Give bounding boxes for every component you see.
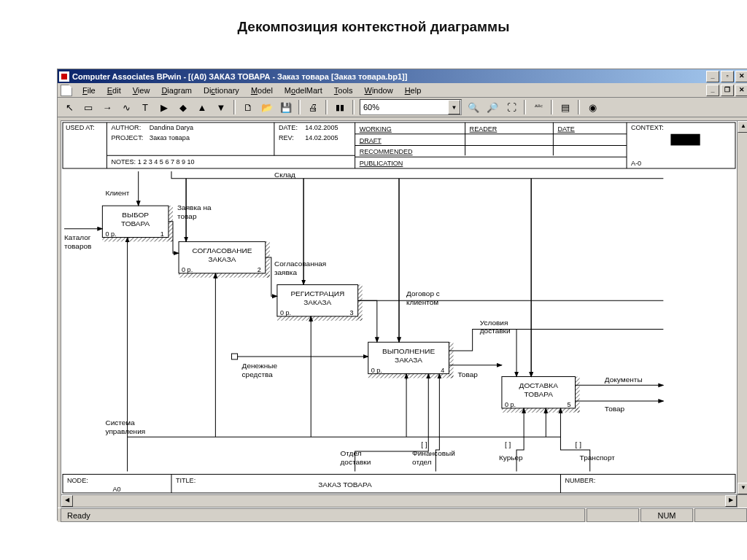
open-file-icon[interactable]: 📂	[258, 98, 276, 116]
svg-text:ЗАКАЗА: ЗАКАЗА	[208, 255, 236, 263]
svg-text:Согласованная: Согласованная	[274, 260, 326, 268]
svg-text:AUTHOR:: AUTHOR:	[111, 124, 141, 131]
svg-text:WORKING: WORKING	[360, 125, 392, 133]
activity-box-4[interactable]: ВЫПОЛНЕНИЕ ЗАКАЗА 0 р. 4	[368, 342, 454, 378]
svg-text:Документы: Документы	[605, 376, 643, 384]
svg-text:Отдел: Отдел	[340, 449, 361, 457]
modelmart-icon[interactable]: ◉	[584, 98, 601, 116]
maximize-button[interactable]: ▫	[721, 71, 734, 82]
report-icon[interactable]: ▮▮	[331, 98, 349, 116]
svg-text:доставки: доставки	[480, 327, 511, 335]
zoom-in-icon[interactable]: 🔍	[465, 98, 482, 116]
menu-tools[interactable]: Tools	[330, 85, 357, 96]
svg-text:Договор с: Договор с	[406, 289, 440, 298]
menu-window[interactable]: Window	[360, 85, 398, 96]
svg-text:заявка: заявка	[274, 268, 298, 276]
vertical-scrollbar[interactable]: ▲ ▼	[737, 120, 747, 495]
status-cap	[587, 508, 639, 522]
pointer-tool-icon[interactable]: ↖	[61, 98, 78, 116]
go-down-tool-icon[interactable]: ▼	[212, 98, 230, 116]
kit-footer: NODE: A0 TITLE: ЗАКАЗ ТОВАРА NUMBER:	[63, 474, 735, 493]
zoom-combobox[interactable]: 60% ▼	[360, 99, 462, 115]
activity-box-3[interactable]: РЕГИСТРАЦИЯ ЗАКАЗА 0 р. 3	[277, 284, 363, 320]
menu-edit[interactable]: Edit	[103, 85, 125, 96]
svg-text:Финансовый: Финансовый	[412, 449, 455, 457]
zoom-out-icon[interactable]: 🔎	[484, 98, 501, 116]
scroll-up-icon[interactable]: ▲	[738, 121, 747, 133]
svg-text:TITLE:: TITLE:	[176, 477, 196, 484]
go-sibling-tool-icon[interactable]: ◆	[174, 98, 192, 116]
menu-diagram[interactable]: Diagram	[157, 85, 196, 96]
menu-dictionary[interactable]: Dictionary	[199, 85, 244, 96]
svg-text:ВЫБОР: ВЫБОР	[122, 211, 149, 219]
svg-text:DATE:: DATE:	[279, 124, 298, 131]
mdi-restore-button[interactable]: ❐	[721, 85, 734, 96]
svg-text:ТОВАРА: ТОВАРА	[525, 390, 554, 398]
new-file-icon[interactable]: 🗋	[239, 98, 257, 116]
go-child-tool-icon[interactable]: ▶	[155, 98, 173, 116]
menu-file[interactable]: File	[78, 85, 100, 96]
svg-rect-54	[277, 316, 363, 321]
save-file-icon[interactable]: 💾	[277, 98, 295, 116]
document-area: USED AT: AUTHOR: Dandina Darya PROJECT: …	[58, 117, 747, 508]
svg-text:CONTEXT:: CONTEXT:	[631, 124, 664, 131]
svg-text:товар: товар	[177, 212, 197, 220]
menu-bar: File Edit View Diagram Dictionary Model …	[58, 83, 747, 98]
mdi-close-button[interactable]: ✕	[735, 85, 747, 96]
svg-text:0 р.: 0 р.	[371, 367, 382, 374]
svg-text:доставки: доставки	[340, 458, 371, 466]
diagram-canvas[interactable]: USED AT: AUTHOR: Dandina Darya PROJECT: …	[61, 120, 738, 495]
svg-text:[ ]: [ ]	[505, 440, 511, 448]
svg-rect-87	[232, 354, 238, 359]
spellcheck-icon[interactable]: ᴬᴮᶜ	[530, 98, 547, 116]
svg-text:Курьер: Курьер	[499, 454, 523, 462]
svg-text:0 р.: 0 р.	[105, 230, 116, 238]
status-num: NUM	[640, 508, 693, 522]
print-icon[interactable]: 🖨	[304, 98, 322, 116]
zoom-fit-icon[interactable]: ⛶	[503, 98, 520, 116]
svg-text:RECOMMENDED: RECOMMENDED	[360, 148, 413, 155]
svg-rect-40	[102, 238, 173, 242]
svg-text:PROJECT:: PROJECT:	[111, 134, 143, 141]
svg-text:Склад: Склад	[274, 171, 295, 179]
status-bar: Ready NUM	[58, 508, 747, 522]
svg-text:РЕГИСТРАЦИЯ: РЕГИСТРАЦИЯ	[290, 289, 344, 298]
activity-box-2[interactable]: СОГЛАСОВАНИЕ ЗАКАЗА 0 р. 2	[179, 241, 270, 277]
svg-text:Dandina Darya: Dandina Darya	[150, 124, 193, 131]
horizontal-scrollbar[interactable]: ◀ ▶	[61, 494, 738, 508]
svg-text:средства: средства	[242, 370, 274, 378]
activity-box-1[interactable]: ВЫБОР ТОВАРА 0 р. 1	[102, 206, 173, 241]
scroll-right-icon[interactable]: ▶	[725, 495, 737, 507]
scroll-left-icon[interactable]: ◀	[61, 495, 73, 507]
close-button[interactable]: ✕	[735, 71, 747, 82]
model-explorer-icon[interactable]: ▤	[557, 98, 574, 116]
svg-text:5: 5	[567, 401, 570, 408]
svg-text:0 р.: 0 р.	[505, 401, 516, 408]
title-bar: Computer Associates BPwin - [(A0) ЗАКАЗ …	[58, 69, 747, 83]
mdi-minimize-button[interactable]: _	[706, 85, 719, 96]
svg-text:СОГЛАСОВАНИЕ: СОГЛАСОВАНИЕ	[192, 246, 252, 254]
activity-box-5[interactable]: ДОСТАВКА ТОВАРА 0 р. 5	[502, 377, 580, 413]
go-parent-tool-icon[interactable]: ▲	[193, 98, 211, 116]
svg-text:NUMBER:: NUMBER:	[565, 477, 595, 484]
svg-rect-69	[576, 377, 580, 413]
arrow-tool-icon[interactable]: →	[98, 98, 116, 116]
menu-model[interactable]: Model	[247, 85, 277, 96]
text-tool-icon[interactable]: T	[136, 98, 154, 116]
svg-rect-41	[169, 206, 173, 241]
squiggle-tool-icon[interactable]: ∿	[117, 98, 135, 116]
svg-text:1: 1	[160, 230, 164, 238]
status-scrl	[694, 508, 747, 522]
svg-text:Клиент: Клиент	[105, 189, 130, 197]
svg-rect-55	[358, 284, 363, 320]
scroll-down-icon[interactable]: ▼	[738, 483, 747, 494]
activity-box-tool-icon[interactable]: ▭	[80, 98, 97, 116]
minimize-button[interactable]: _	[706, 71, 719, 82]
menu-view[interactable]: View	[128, 85, 155, 96]
dropdown-icon[interactable]: ▼	[448, 100, 460, 114]
menu-modelmart[interactable]: ModelMart	[280, 85, 327, 96]
menu-help[interactable]: Help	[400, 85, 426, 96]
svg-text:14.02.2005: 14.02.2005	[305, 124, 338, 131]
svg-text:DRAFT: DRAFT	[360, 137, 382, 144]
svg-rect-28	[670, 134, 700, 146]
